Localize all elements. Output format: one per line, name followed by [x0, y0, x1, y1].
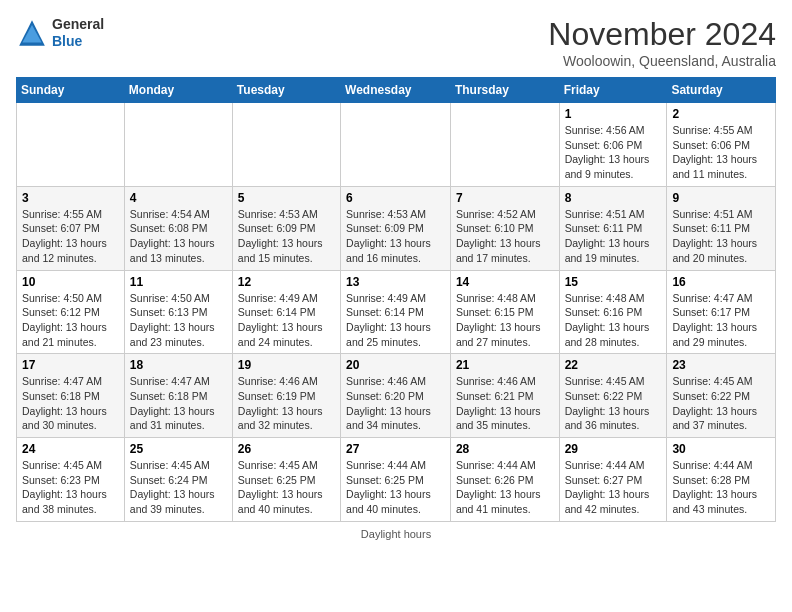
day-info: Sunrise: 4:45 AM Sunset: 6:22 PM Dayligh…: [565, 374, 662, 433]
calendar-cell: [124, 103, 232, 187]
day-number: 5: [238, 191, 335, 205]
day-number: 7: [456, 191, 554, 205]
day-info: Sunrise: 4:45 AM Sunset: 6:24 PM Dayligh…: [130, 458, 227, 517]
calendar-cell: 25Sunrise: 4:45 AM Sunset: 6:24 PM Dayli…: [124, 438, 232, 522]
day-number: 29: [565, 442, 662, 456]
day-info: Sunrise: 4:44 AM Sunset: 6:26 PM Dayligh…: [456, 458, 554, 517]
calendar-cell: 27Sunrise: 4:44 AM Sunset: 6:25 PM Dayli…: [341, 438, 451, 522]
calendar-cell: 3Sunrise: 4:55 AM Sunset: 6:07 PM Daylig…: [17, 186, 125, 270]
day-number: 8: [565, 191, 662, 205]
day-info: Sunrise: 4:51 AM Sunset: 6:11 PM Dayligh…: [565, 207, 662, 266]
calendar-cell: 15Sunrise: 4:48 AM Sunset: 6:16 PM Dayli…: [559, 270, 667, 354]
day-info: Sunrise: 4:45 AM Sunset: 6:23 PM Dayligh…: [22, 458, 119, 517]
logo-blue: Blue: [52, 33, 104, 50]
calendar-cell: 17Sunrise: 4:47 AM Sunset: 6:18 PM Dayli…: [17, 354, 125, 438]
day-info: Sunrise: 4:46 AM Sunset: 6:19 PM Dayligh…: [238, 374, 335, 433]
calendar-day-header: Sunday: [17, 78, 125, 103]
day-number: 2: [672, 107, 770, 121]
day-info: Sunrise: 4:54 AM Sunset: 6:08 PM Dayligh…: [130, 207, 227, 266]
calendar-footer: Daylight hours: [16, 528, 776, 540]
day-number: 26: [238, 442, 335, 456]
calendar-cell: 10Sunrise: 4:50 AM Sunset: 6:12 PM Dayli…: [17, 270, 125, 354]
day-info: Sunrise: 4:53 AM Sunset: 6:09 PM Dayligh…: [346, 207, 445, 266]
calendar-day-header: Friday: [559, 78, 667, 103]
day-number: 22: [565, 358, 662, 372]
day-number: 6: [346, 191, 445, 205]
logo-text: General Blue: [52, 16, 104, 50]
calendar-cell: 4Sunrise: 4:54 AM Sunset: 6:08 PM Daylig…: [124, 186, 232, 270]
calendar-cell: 11Sunrise: 4:50 AM Sunset: 6:13 PM Dayli…: [124, 270, 232, 354]
calendar-table: SundayMondayTuesdayWednesdayThursdayFrid…: [16, 77, 776, 522]
day-info: Sunrise: 4:48 AM Sunset: 6:15 PM Dayligh…: [456, 291, 554, 350]
day-info: Sunrise: 4:45 AM Sunset: 6:25 PM Dayligh…: [238, 458, 335, 517]
calendar-cell: 12Sunrise: 4:49 AM Sunset: 6:14 PM Dayli…: [232, 270, 340, 354]
calendar-cell: 16Sunrise: 4:47 AM Sunset: 6:17 PM Dayli…: [667, 270, 776, 354]
logo-icon: [16, 17, 48, 49]
day-info: Sunrise: 4:46 AM Sunset: 6:21 PM Dayligh…: [456, 374, 554, 433]
calendar-day-header: Wednesday: [341, 78, 451, 103]
calendar-week-row: 3Sunrise: 4:55 AM Sunset: 6:07 PM Daylig…: [17, 186, 776, 270]
day-number: 10: [22, 275, 119, 289]
day-info: Sunrise: 4:44 AM Sunset: 6:28 PM Dayligh…: [672, 458, 770, 517]
calendar-cell: 5Sunrise: 4:53 AM Sunset: 6:09 PM Daylig…: [232, 186, 340, 270]
calendar-cell: 2Sunrise: 4:55 AM Sunset: 6:06 PM Daylig…: [667, 103, 776, 187]
day-info: Sunrise: 4:52 AM Sunset: 6:10 PM Dayligh…: [456, 207, 554, 266]
calendar-week-row: 24Sunrise: 4:45 AM Sunset: 6:23 PM Dayli…: [17, 438, 776, 522]
day-info: Sunrise: 4:53 AM Sunset: 6:09 PM Dayligh…: [238, 207, 335, 266]
day-number: 21: [456, 358, 554, 372]
day-number: 9: [672, 191, 770, 205]
day-number: 3: [22, 191, 119, 205]
day-number: 27: [346, 442, 445, 456]
calendar-cell: 30Sunrise: 4:44 AM Sunset: 6:28 PM Dayli…: [667, 438, 776, 522]
day-number: 15: [565, 275, 662, 289]
calendar-cell: 22Sunrise: 4:45 AM Sunset: 6:22 PM Dayli…: [559, 354, 667, 438]
logo: General Blue: [16, 16, 104, 50]
day-number: 20: [346, 358, 445, 372]
day-info: Sunrise: 4:44 AM Sunset: 6:25 PM Dayligh…: [346, 458, 445, 517]
day-info: Sunrise: 4:55 AM Sunset: 6:06 PM Dayligh…: [672, 123, 770, 182]
calendar-cell: 26Sunrise: 4:45 AM Sunset: 6:25 PM Dayli…: [232, 438, 340, 522]
day-number: 11: [130, 275, 227, 289]
page-header: General Blue November 2024 Wooloowin, Qu…: [16, 16, 776, 69]
day-info: Sunrise: 4:47 AM Sunset: 6:18 PM Dayligh…: [130, 374, 227, 433]
day-number: 1: [565, 107, 662, 121]
day-info: Sunrise: 4:50 AM Sunset: 6:13 PM Dayligh…: [130, 291, 227, 350]
day-number: 23: [672, 358, 770, 372]
day-info: Sunrise: 4:50 AM Sunset: 6:12 PM Dayligh…: [22, 291, 119, 350]
calendar-cell: 7Sunrise: 4:52 AM Sunset: 6:10 PM Daylig…: [450, 186, 559, 270]
day-info: Sunrise: 4:49 AM Sunset: 6:14 PM Dayligh…: [238, 291, 335, 350]
calendar-day-header: Monday: [124, 78, 232, 103]
calendar-cell: [232, 103, 340, 187]
day-info: Sunrise: 4:56 AM Sunset: 6:06 PM Dayligh…: [565, 123, 662, 182]
day-info: Sunrise: 4:47 AM Sunset: 6:18 PM Dayligh…: [22, 374, 119, 433]
day-number: 13: [346, 275, 445, 289]
calendar-cell: 18Sunrise: 4:47 AM Sunset: 6:18 PM Dayli…: [124, 354, 232, 438]
calendar-day-header: Thursday: [450, 78, 559, 103]
calendar-cell: 13Sunrise: 4:49 AM Sunset: 6:14 PM Dayli…: [341, 270, 451, 354]
day-info: Sunrise: 4:46 AM Sunset: 6:20 PM Dayligh…: [346, 374, 445, 433]
day-number: 24: [22, 442, 119, 456]
day-number: 30: [672, 442, 770, 456]
day-number: 12: [238, 275, 335, 289]
calendar-day-header: Tuesday: [232, 78, 340, 103]
logo-general: General: [52, 16, 104, 33]
day-number: 28: [456, 442, 554, 456]
calendar-cell: [450, 103, 559, 187]
day-number: 25: [130, 442, 227, 456]
day-number: 4: [130, 191, 227, 205]
title-block: November 2024 Wooloowin, Queensland, Aus…: [548, 16, 776, 69]
calendar-cell: 19Sunrise: 4:46 AM Sunset: 6:19 PM Dayli…: [232, 354, 340, 438]
day-info: Sunrise: 4:47 AM Sunset: 6:17 PM Dayligh…: [672, 291, 770, 350]
calendar-cell: 14Sunrise: 4:48 AM Sunset: 6:15 PM Dayli…: [450, 270, 559, 354]
calendar-cell: 28Sunrise: 4:44 AM Sunset: 6:26 PM Dayli…: [450, 438, 559, 522]
day-number: 19: [238, 358, 335, 372]
calendar-cell: 8Sunrise: 4:51 AM Sunset: 6:11 PM Daylig…: [559, 186, 667, 270]
day-info: Sunrise: 4:48 AM Sunset: 6:16 PM Dayligh…: [565, 291, 662, 350]
calendar-day-header: Saturday: [667, 78, 776, 103]
calendar-week-row: 17Sunrise: 4:47 AM Sunset: 6:18 PM Dayli…: [17, 354, 776, 438]
calendar-cell: 29Sunrise: 4:44 AM Sunset: 6:27 PM Dayli…: [559, 438, 667, 522]
location: Wooloowin, Queensland, Australia: [548, 53, 776, 69]
day-info: Sunrise: 4:44 AM Sunset: 6:27 PM Dayligh…: [565, 458, 662, 517]
calendar-cell: 9Sunrise: 4:51 AM Sunset: 6:11 PM Daylig…: [667, 186, 776, 270]
calendar-cell: 6Sunrise: 4:53 AM Sunset: 6:09 PM Daylig…: [341, 186, 451, 270]
